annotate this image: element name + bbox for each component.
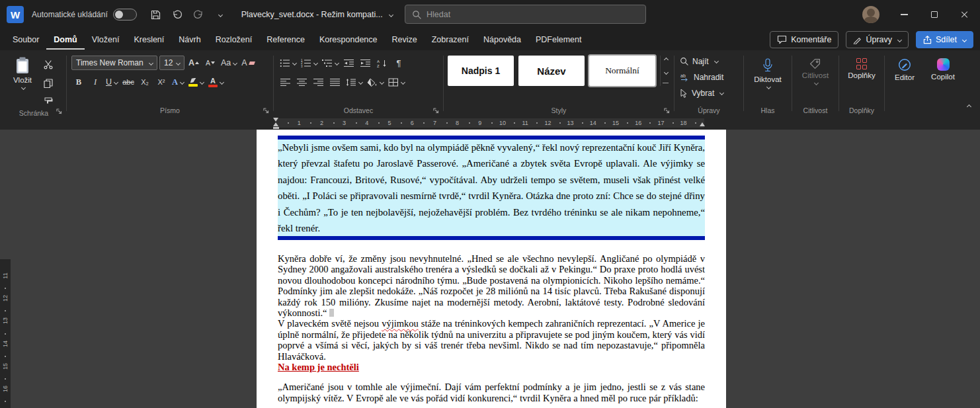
tab-soubor[interactable]: Soubor: [5, 30, 46, 50]
tab-revize[interactable]: Revize: [385, 30, 425, 50]
superscript-button[interactable]: X²: [154, 75, 169, 89]
font-dialog-launcher[interactable]: [263, 108, 269, 114]
first-line-indent-marker[interactable]: [273, 118, 278, 122]
borders-button[interactable]: [387, 75, 406, 89]
document-page[interactable]: „Nebyli jsme ovšem sami, kdo byl na olym…: [257, 130, 726, 408]
undo-button[interactable]: [167, 5, 187, 24]
editing-mode-button[interactable]: Úpravy: [846, 31, 909, 48]
comments-button[interactable]: Komentáře: [770, 31, 838, 48]
tab-zobrazeni[interactable]: Zobrazení: [425, 30, 476, 50]
save-button[interactable]: [146, 5, 166, 24]
minimize-button[interactable]: [889, 0, 919, 29]
clear-formatting-button[interactable]: A: [240, 56, 255, 70]
cut-button[interactable]: [41, 58, 56, 72]
tab-pdfelement[interactable]: PDFelement: [528, 30, 589, 50]
increase-indent-button[interactable]: [358, 56, 373, 70]
align-center-button[interactable]: [295, 75, 309, 89]
bold-button[interactable]: B: [71, 75, 86, 89]
copy-button[interactable]: [41, 76, 56, 91]
justify-button[interactable]: [328, 75, 343, 89]
close-button[interactable]: [950, 0, 980, 29]
font-color-button[interactable]: A: [207, 75, 225, 89]
collapse-ribbon-button[interactable]: [965, 99, 971, 111]
replace-button[interactable]: ab Nahradit: [676, 69, 742, 85]
sort-button[interactable]: AZ: [375, 56, 389, 70]
editor-button[interactable]: Editor: [891, 56, 919, 116]
misspelled-word: výjimkou: [382, 318, 419, 329]
clipboard-dialog-launcher[interactable]: [56, 108, 62, 114]
bullets-button[interactable]: [278, 56, 298, 70]
numbering-button[interactable]: 123: [300, 56, 319, 70]
highlight-color-button[interactable]: [187, 75, 205, 89]
tab-navrh[interactable]: Návrh: [171, 30, 208, 50]
paragraph[interactable]: „Američané jsou v tomhle ale výjimeční. …: [278, 382, 705, 403]
comment-icon: [777, 35, 787, 44]
chevron-down-icon: [358, 79, 363, 84]
styles-dialog-launcher[interactable]: [664, 108, 670, 114]
shrink-font-button[interactable]: A: [203, 56, 218, 70]
left-indent-marker[interactable]: [273, 127, 279, 130]
change-case-button[interactable]: Aa: [220, 56, 238, 70]
vertical-ruler[interactable]: 1112131415161718192021: [0, 259, 11, 408]
redo-icon: [193, 10, 204, 19]
select-cursor-icon: [680, 89, 688, 98]
strikethrough-button[interactable]: abc: [121, 75, 136, 89]
tab-korespondence[interactable]: Korespondence: [312, 30, 385, 50]
paragraph-dialog-launcher[interactable]: [433, 108, 439, 114]
find-button[interactable]: Najít: [676, 54, 742, 69]
paste-button[interactable]: Vložit: [7, 56, 38, 109]
style-nazev[interactable]: Název: [518, 56, 585, 86]
sensitivity-button[interactable]: Citlivost: [798, 56, 833, 104]
tab-napoveda[interactable]: Nápověda: [476, 30, 528, 50]
red-heading[interactable]: Na kemp je nechtěli: [278, 362, 705, 372]
search-box[interactable]: [405, 5, 646, 24]
line-spacing-button[interactable]: [345, 75, 364, 89]
shading-button[interactable]: [366, 75, 385, 89]
align-right-button[interactable]: [311, 75, 326, 89]
autosave-toggle[interactable]: [113, 9, 137, 20]
show-formatting-marks-button[interactable]: ¶: [391, 56, 406, 70]
user-avatar[interactable]: [862, 6, 879, 23]
underline-button[interactable]: U: [104, 75, 119, 89]
maximize-button[interactable]: [919, 0, 950, 29]
hanging-indent-marker[interactable]: [273, 122, 278, 126]
multilevel-list-button[interactable]: [321, 56, 340, 70]
highlighter-icon: [188, 78, 198, 87]
paragraph[interactable]: Kyněra dobře ví, že změny jsou nevyhnute…: [278, 253, 705, 318]
right-indent-marker[interactable]: [700, 122, 705, 126]
addins-button[interactable]: Doplňky: [844, 56, 879, 104]
tab-vlozeni[interactable]: Vložení: [85, 30, 127, 50]
select-button[interactable]: Vybrat: [676, 85, 742, 101]
font-family-combobox[interactable]: Times New Roman: [71, 56, 157, 70]
style-normalni[interactable]: Normální: [589, 56, 655, 86]
font-size-value: 12: [164, 58, 173, 67]
share-button[interactable]: Sdílet: [916, 31, 973, 48]
dictate-button[interactable]: Diktovat: [750, 56, 786, 104]
italic-button[interactable]: I: [88, 75, 102, 89]
copilot-button[interactable]: Copilot: [927, 56, 959, 116]
tab-kresleni[interactable]: Kreslení: [126, 30, 171, 50]
minimize-icon: [901, 14, 908, 15]
subscript-button[interactable]: X₂: [138, 75, 152, 89]
search-input[interactable]: [427, 10, 639, 19]
document-title[interactable]: Plavecky_svet.docx - Režim kompati...: [241, 10, 393, 19]
tab-reference[interactable]: Reference: [259, 30, 312, 50]
grow-font-button[interactable]: A: [186, 56, 201, 70]
text-effects-button[interactable]: A: [171, 75, 185, 89]
font-size-combobox[interactable]: 12: [159, 56, 184, 70]
decrease-indent-button[interactable]: [342, 56, 356, 70]
styles-gallery-scroll[interactable]: [660, 56, 670, 86]
highlighted-quote-paragraph[interactable]: „Nebyli jsme ovšem sami, kdo byl na olym…: [278, 140, 705, 236]
quick-access-menu-button[interactable]: [210, 5, 229, 24]
redo-button[interactable]: [188, 5, 208, 24]
format-painter-button[interactable]: [41, 95, 56, 109]
body-text[interactable]: Kyněra dobře ví, že změny jsou nevyhnute…: [278, 253, 705, 403]
style-nadpis-1[interactable]: Nadpis 1: [448, 56, 514, 86]
tab-rozlozeni[interactable]: Rozložení: [208, 30, 260, 50]
chevron-down-icon: [814, 81, 819, 85]
tab-domu[interactable]: Domů: [46, 30, 84, 50]
sensitivity-group-label: Citlivost: [803, 106, 828, 114]
align-left-button[interactable]: [278, 75, 293, 89]
horizontal-ruler[interactable]: 123456789101112131415161718: [0, 116, 980, 130]
paragraph[interactable]: V plaveckém světě nejsou výjimkou stáže …: [278, 318, 705, 362]
